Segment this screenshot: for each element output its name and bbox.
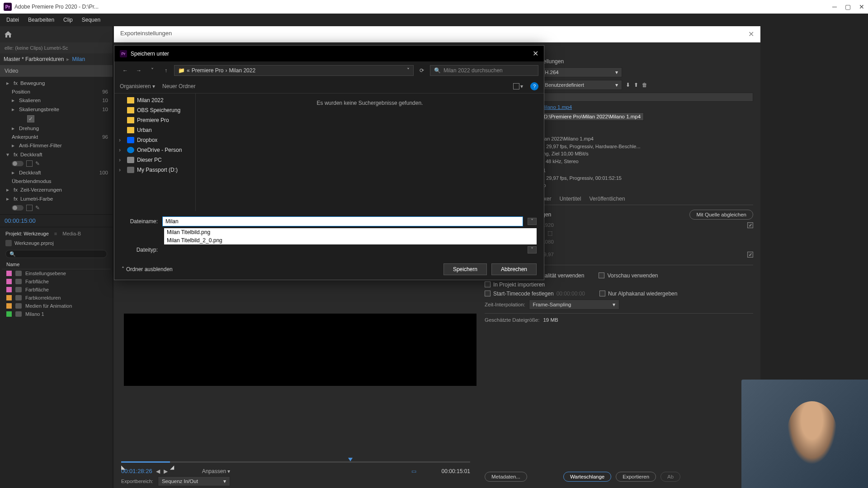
save-preset-icon[interactable]: ⬇ [626, 82, 630, 88]
folder-search[interactable]: 🔍 Milan 2022 durchsuchen [430, 65, 538, 76]
output-name-link[interactable]: Milano 1.mp4 [541, 104, 572, 110]
tree-item[interactable]: Milan 2022 [114, 95, 195, 105]
bin-item[interactable]: Farbfläche [2, 277, 111, 286]
cancel-button[interactable]: Abbrechen [491, 263, 537, 275]
exportbereich-dropdown[interactable]: Sequenz In/Out▾ [158, 476, 230, 486]
import-preset-icon[interactable]: ⬆ [634, 82, 638, 88]
menu-clip[interactable]: Clip [60, 15, 76, 25]
fx-skalieren[interactable]: ▸Skalieren10 [0, 96, 113, 105]
tab-veroeff[interactable]: Veröffentlichen [589, 196, 625, 202]
tree-item[interactable]: ›OneDrive - Person [114, 145, 195, 155]
menu-datei[interactable]: Datei [3, 15, 23, 25]
address-bar[interactable]: 📁 « Premiere Pro › Milan 2022 ˅ [174, 65, 414, 76]
color-chip [6, 279, 12, 284]
alpha-checkbox[interactable] [599, 291, 605, 296]
export-dialog-close[interactable]: ✕ [748, 30, 754, 38]
fx-lumetri[interactable]: ▸fxLumetri-Farbe [0, 194, 113, 203]
fx-deckkraft-val[interactable]: ▸Deckkraft100 [0, 168, 113, 177]
time-interp-dropdown[interactable]: Frame-Sampling▾ [529, 300, 619, 310]
fx-uberblend[interactable]: Überblendmodus [0, 177, 113, 185]
bin-item[interactable]: Farbkorrekturen [2, 294, 111, 302]
bin-item[interactable]: Farbfläche [2, 286, 111, 294]
nav-up[interactable]: ↑ [160, 65, 171, 76]
refresh-button[interactable]: ⟳ [416, 65, 427, 76]
tree-item[interactable]: Premiere Pro [114, 115, 195, 125]
nav-forward[interactable]: → [133, 65, 144, 76]
framerate-checkbox[interactable] [747, 252, 753, 258]
fx-deckkraft[interactable]: ▾fxDeckkraft [0, 150, 113, 159]
tree-item[interactable]: ›Dieser PC [114, 155, 195, 165]
name-column-header[interactable]: Name [2, 260, 111, 269]
save-button[interactable]: Speichern [443, 263, 487, 275]
color-chip [6, 295, 12, 300]
tab-untertitel[interactable]: Untertitel [559, 196, 581, 202]
filetype-dropdown[interactable]: ˅ [528, 246, 537, 253]
start-tc-checkbox[interactable] [485, 291, 491, 296]
tree-item[interactable]: ›My Passport (D:) [114, 165, 195, 175]
maximize-button[interactable]: ▢ [845, 3, 851, 10]
fx-drehung[interactable]: ▸Drehung [0, 124, 113, 133]
link-icon[interactable]: ⬚ [547, 230, 552, 236]
media-tab[interactable]: Media-B [62, 231, 81, 236]
fit-dropdown[interactable]: Anpassen ▾ [202, 468, 231, 474]
comments-input[interactable] [541, 93, 753, 102]
tree-item[interactable]: Urban [114, 125, 195, 135]
queue-button[interactable]: Warteschlange [563, 472, 611, 482]
fx-position[interactable]: Position96 [0, 88, 113, 96]
filename-input[interactable] [162, 216, 523, 226]
play-icon[interactable]: ▶ [164, 468, 168, 474]
output-path[interactable]: D:\Premiere Pro\Milan 2022\Milano 1.mp4 [541, 113, 644, 121]
fx-toggles[interactable]: ✎ [0, 159, 113, 168]
home-icon[interactable] [4, 30, 13, 38]
bin-item[interactable]: Medien für Animation [2, 302, 111, 310]
bin-item[interactable]: Einstellungsebene [2, 269, 111, 277]
fx-checkbox-row[interactable]: ✓ [0, 114, 113, 124]
project-search[interactable] [5, 250, 107, 258]
sequence-link[interactable]: Milan [72, 56, 85, 62]
suggestion-1[interactable]: Milan Titelbild.png [164, 228, 537, 236]
help-button[interactable]: ? [530, 82, 538, 90]
aspect-icon[interactable]: ▭ [411, 468, 416, 474]
close-button[interactable]: ✕ [859, 3, 864, 10]
preview-slider[interactable] [121, 461, 470, 463]
fx-antiflimmer[interactable]: ▸Anti-Flimmer-Filter [0, 141, 113, 150]
hide-folders-button[interactable]: ˄Ordner ausblenden [122, 266, 173, 272]
tree-item[interactable]: ›Dropbox [114, 135, 195, 145]
minimize-button[interactable]: ─ [832, 3, 837, 10]
metadata-button[interactable]: Metadaten... [485, 472, 527, 482]
bin-icon [15, 271, 22, 276]
menu-bearbeiten[interactable]: Bearbeiten [24, 15, 58, 25]
ab-button[interactable]: Ab [660, 472, 680, 482]
export-button[interactable]: Exportieren [616, 472, 656, 482]
nav-recent[interactable]: ˅ [147, 65, 158, 76]
play-prev-icon[interactable]: ◀ [156, 468, 160, 474]
organize-button[interactable]: Organisieren ▾ [120, 83, 155, 89]
nav-back[interactable]: ← [120, 65, 131, 76]
width-checkbox[interactable] [747, 222, 753, 228]
filename-dropdown[interactable]: ˅ [528, 218, 537, 225]
match-source-button[interactable]: Mit Quelle abgleichen [689, 210, 753, 220]
bin-item[interactable]: Milano 1 [2, 310, 111, 318]
preset-dropdown[interactable]: Benutzerdefiniert▾ [541, 80, 622, 90]
tree-item[interactable]: OBS Speicherung [114, 105, 195, 115]
export-dialog-title: Exporteinstellungen [120, 30, 172, 38]
new-folder-button[interactable]: Neuer Ordner [162, 83, 195, 89]
delete-preset-icon[interactable]: 🗑 [642, 82, 647, 88]
fx-bewegung[interactable]: ▸fxBewegung [0, 79, 113, 88]
import-project-checkbox[interactable] [485, 282, 491, 287]
playhead-icon[interactable] [348, 458, 353, 461]
fx-skalierungsbreite[interactable]: ▸Skalierungsbreite10 [0, 105, 113, 114]
breadcrumb-1[interactable]: Premiere Pro [192, 67, 224, 74]
fx-ankerpunkt[interactable]: Ankerpunkt96 [0, 133, 113, 141]
fx-toggles-2[interactable]: ✎ [0, 203, 113, 212]
project-tab[interactable]: Projekt: Werkzeuge [5, 231, 49, 236]
breadcrumb-2[interactable]: Milan 2022 [229, 67, 255, 74]
save-dialog-close[interactable]: ✕ [533, 49, 538, 58]
menu-sequenz[interactable]: Sequen [78, 15, 104, 25]
view-button[interactable]: ▾ [513, 83, 523, 89]
folder-icon [127, 117, 134, 123]
format-dropdown[interactable]: H.264▾ [541, 67, 622, 77]
fx-zeitverz[interactable]: ▸fxZeit-Verzerrungen [0, 185, 113, 194]
vorschau-checkbox[interactable] [599, 272, 604, 278]
suggestion-2[interactable]: Milan Titelbild_2_0.png [164, 236, 537, 244]
